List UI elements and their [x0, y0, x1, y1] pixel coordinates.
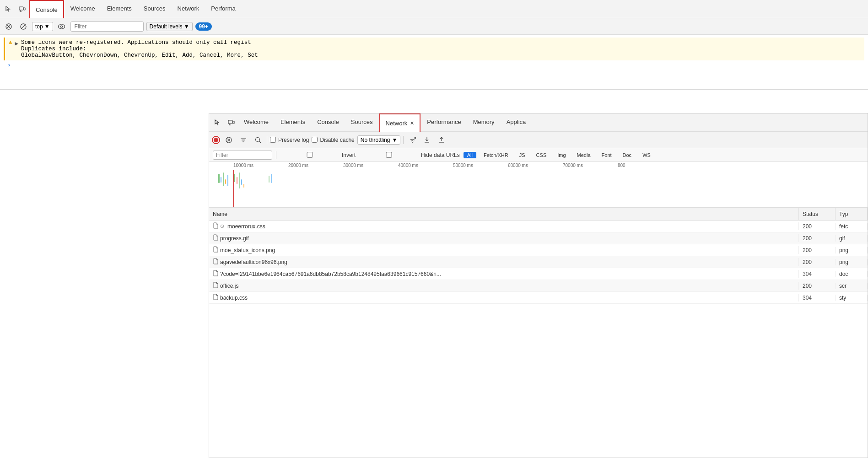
- chevron-down-icon: ▼: [184, 23, 189, 30]
- tab-network-top[interactable]: Network: [172, 0, 205, 18]
- svg-rect-1: [24, 8, 25, 10]
- tab-console-top[interactable]: Console: [29, 0, 64, 18]
- context-selector[interactable]: top ▼: [32, 22, 53, 31]
- console-filter-input[interactable]: [70, 22, 144, 32]
- prompt-arrow: ›: [7, 62, 11, 69]
- svg-rect-0: [19, 7, 23, 10]
- expand-arrow-icon[interactable]: ▶: [15, 40, 19, 59]
- log-levels-dropdown[interactable]: Default levels ▼: [146, 22, 193, 31]
- chevron-down-icon: ▼: [44, 23, 50, 30]
- console-toolbar: top ▼ Default levels ▼ 99+: [0, 18, 868, 35]
- inspect-icon[interactable]: [2, 3, 15, 16]
- eye-icon[interactable]: [56, 21, 68, 32]
- device-icon[interactable]: [16, 3, 28, 16]
- svg-point-9: [59, 24, 65, 29]
- top-tab-bar: Console Welcome Elements Sources Network…: [0, 0, 868, 18]
- tab-welcome-top[interactable]: Welcome: [65, 0, 101, 18]
- svg-line-8: [22, 24, 26, 28]
- block-icon[interactable]: [17, 21, 29, 32]
- tab-sources-top[interactable]: Sources: [138, 0, 171, 18]
- clear-console-button[interactable]: [3, 21, 15, 32]
- console-warning-message: ▲ ▶ Some icons were re-registered. Appli…: [4, 38, 864, 60]
- console-output: ▲ ▶ Some icons were re-registered. Appli…: [0, 35, 868, 90]
- warning-triangle-icon: ▲: [9, 39, 12, 59]
- console-prompt[interactable]: ›: [4, 60, 864, 70]
- tab-performance-top[interactable]: Performa: [205, 0, 241, 18]
- tab-elements-top[interactable]: Elements: [102, 0, 137, 18]
- top-devtools-panel: Console Welcome Elements Sources Network…: [0, 0, 868, 90]
- message-count-badge: 99+: [195, 22, 212, 31]
- svg-point-10: [61, 26, 63, 27]
